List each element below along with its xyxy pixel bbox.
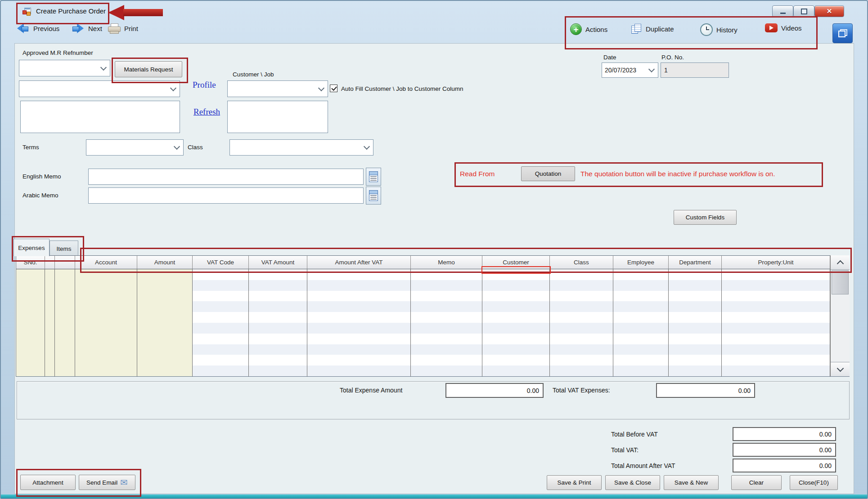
scroll-down-button[interactable] <box>831 362 850 376</box>
table-cell[interactable] <box>307 312 411 323</box>
table-cell[interactable] <box>411 301 482 312</box>
column-header-department[interactable]: Department <box>669 255 722 269</box>
table-cell[interactable] <box>75 312 137 323</box>
table-cell[interactable] <box>75 280 137 291</box>
po-number-input[interactable]: 1 <box>661 62 729 78</box>
table-cell[interactable] <box>613 323 669 334</box>
column-header-amount-after-vat[interactable]: Amount After VAT <box>307 255 411 269</box>
table-cell[interactable] <box>249 365 307 376</box>
table-cell[interactable] <box>137 301 193 312</box>
table-cell[interactable] <box>249 291 307 302</box>
arabic-memo-notes-button[interactable] <box>366 187 381 205</box>
table-cell[interactable] <box>137 291 193 302</box>
table-cell[interactable] <box>16 365 45 376</box>
customer-job-combo[interactable] <box>227 80 328 97</box>
table-cell[interactable] <box>137 280 193 291</box>
history-button[interactable]: History <box>700 23 738 36</box>
table-cell[interactable] <box>550 323 613 334</box>
popout-button[interactable] <box>832 23 853 43</box>
table-cell[interactable] <box>193 291 249 302</box>
table-cell[interactable] <box>411 334 482 344</box>
table-cell[interactable] <box>137 344 193 355</box>
table-cell[interactable] <box>193 344 249 355</box>
duplicate-button[interactable]: Duplicate <box>631 23 674 34</box>
table-cell[interactable] <box>482 301 550 312</box>
close-button[interactable]: ✕ <box>814 5 844 17</box>
table-cell[interactable] <box>16 323 45 334</box>
table-cell[interactable] <box>411 280 482 291</box>
table-cell[interactable] <box>722 269 830 280</box>
table-cell[interactable] <box>75 269 137 280</box>
column-header-account[interactable]: Account <box>75 255 137 269</box>
column-header-memo[interactable]: Memo <box>411 255 482 269</box>
quotation-button[interactable]: Quotation <box>521 166 575 181</box>
table-cell[interactable] <box>307 291 411 302</box>
next-button[interactable]: Next <box>71 23 102 33</box>
column-header-employee[interactable]: Employee <box>613 255 669 269</box>
table-cell[interactable] <box>249 280 307 291</box>
table-cell[interactable] <box>249 334 307 344</box>
table-cell[interactable] <box>55 323 75 334</box>
table-cell[interactable] <box>722 301 830 312</box>
tab-items[interactable]: Items <box>49 241 78 256</box>
table-cell[interactable] <box>669 269 722 280</box>
table-cell[interactable] <box>307 365 411 376</box>
table-cell[interactable] <box>55 269 75 280</box>
table-cell[interactable] <box>550 365 613 376</box>
autofill-checkbox[interactable] <box>330 85 337 92</box>
table-cell[interactable] <box>411 344 482 355</box>
table-cell[interactable] <box>482 291 550 302</box>
table-cell[interactable] <box>722 344 830 355</box>
table-cell[interactable] <box>137 269 193 280</box>
column-header-property-unit[interactable]: Property:Unit <box>722 255 830 269</box>
clear-button[interactable]: Clear <box>731 475 782 490</box>
vendor-address-box[interactable] <box>20 101 180 133</box>
send-email-button[interactable]: Send Email ✉ <box>79 475 135 490</box>
table-cell[interactable] <box>75 323 137 334</box>
table-cell[interactable] <box>137 334 193 344</box>
table-cell[interactable] <box>482 365 550 376</box>
table-row[interactable] <box>16 269 830 280</box>
table-cell[interactable] <box>669 334 722 344</box>
table-cell[interactable] <box>137 323 193 334</box>
table-cell[interactable] <box>550 334 613 344</box>
customer-address-box[interactable] <box>227 101 328 133</box>
date-picker[interactable]: 20/07/2023 <box>602 62 658 78</box>
table-cell[interactable] <box>55 312 75 323</box>
table-cell[interactable] <box>75 301 137 312</box>
table-row[interactable] <box>16 291 830 302</box>
table-row[interactable] <box>16 365 830 376</box>
column-header-amount[interactable]: Amount <box>137 255 193 269</box>
table-cell[interactable] <box>16 291 45 302</box>
table-cell[interactable] <box>411 312 482 323</box>
table-row[interactable] <box>16 312 830 323</box>
column-header-sno-[interactable]: SNo. <box>16 255 45 269</box>
previous-button[interactable]: Previous <box>16 23 59 33</box>
table-cell[interactable] <box>613 365 669 376</box>
table-cell[interactable] <box>482 312 550 323</box>
approved-mr-combo[interactable] <box>19 60 110 76</box>
english-memo-input[interactable] <box>88 169 364 185</box>
table-cell[interactable] <box>307 334 411 344</box>
table-cell[interactable] <box>45 291 55 302</box>
attachment-button[interactable]: Attachment <box>20 475 76 490</box>
table-cell[interactable] <box>550 312 613 323</box>
table-cell[interactable] <box>307 301 411 312</box>
table-cell[interactable] <box>45 344 55 355</box>
table-cell[interactable] <box>722 355 830 365</box>
table-cell[interactable] <box>613 334 669 344</box>
table-cell[interactable] <box>16 334 45 344</box>
scrollbar-thumb[interactable] <box>832 270 849 294</box>
table-cell[interactable] <box>307 323 411 334</box>
actions-button[interactable]: + Actions <box>570 23 607 35</box>
table-cell[interactable] <box>613 312 669 323</box>
custom-fields-button[interactable]: Custom Fields <box>674 210 737 225</box>
table-cell[interactable] <box>137 365 193 376</box>
table-cell[interactable] <box>669 355 722 365</box>
profile-link[interactable]: Profile <box>193 80 216 90</box>
column-header-vat-code[interactable]: VAT Code <box>193 255 249 269</box>
table-cell[interactable] <box>722 323 830 334</box>
table-cell[interactable] <box>75 355 137 365</box>
table-cell[interactable] <box>55 365 75 376</box>
table-cell[interactable] <box>193 355 249 365</box>
